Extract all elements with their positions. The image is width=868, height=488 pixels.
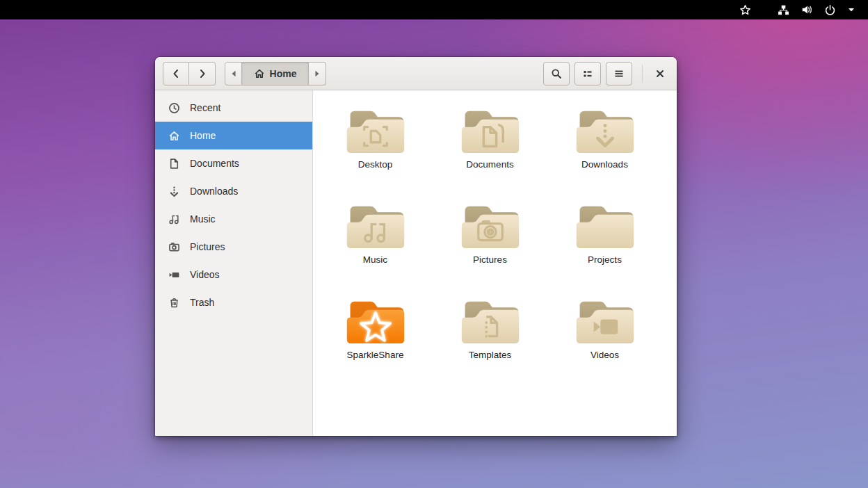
home-icon <box>254 68 265 79</box>
file-item-downloads[interactable]: Downloads <box>547 104 662 200</box>
close-button[interactable] <box>651 65 669 83</box>
sidebar-item-label: Trash <box>190 297 214 308</box>
sidebar-item-downloads[interactable]: Downloads <box>155 177 312 205</box>
file-label: Templates <box>469 350 512 360</box>
file-label: Documents <box>466 159 513 170</box>
file-label: Music <box>363 254 387 265</box>
top-bar <box>0 0 868 19</box>
sidebar-item-pictures[interactable]: Pictures <box>155 233 312 261</box>
path-segment-home[interactable]: Home <box>242 62 309 86</box>
document-icon <box>168 158 180 170</box>
path-segment-label: Home <box>270 68 297 79</box>
sidebar: Recent Home Documents Downloads <box>155 90 313 436</box>
search-button[interactable] <box>543 62 570 86</box>
headerbar: Home <box>155 57 677 90</box>
recent-clock-icon <box>168 102 180 114</box>
file-item-music[interactable]: Music <box>318 200 433 295</box>
folder-icon-desktop <box>344 104 408 156</box>
sidebar-item-label: Videos <box>190 269 220 280</box>
folder-icon-templates <box>458 295 522 347</box>
trash-icon <box>168 297 180 309</box>
sidebar-item-label: Pictures <box>190 241 225 252</box>
sidebar-item-label: Home <box>190 130 216 141</box>
folder-icon-documents <box>458 104 522 156</box>
home-icon <box>168 130 180 142</box>
music-notes-icon <box>168 213 180 225</box>
path-previous-button[interactable] <box>225 62 242 86</box>
folder-icon-pictures <box>458 200 522 252</box>
folder-icon-sparkleshare <box>344 295 408 347</box>
folder-icon-music <box>344 200 408 252</box>
file-label: Pictures <box>473 254 507 265</box>
video-camera-icon <box>168 269 180 281</box>
file-label: Videos <box>590 350 619 360</box>
file-item-templates[interactable]: Templates <box>433 295 547 390</box>
favorites-star-icon[interactable] <box>734 0 757 19</box>
sidebar-item-label: Downloads <box>190 186 238 197</box>
file-item-documents[interactable]: Documents <box>433 104 547 200</box>
network-icon[interactable] <box>772 0 795 19</box>
file-label: SparkleShare <box>347 350 404 360</box>
chevron-down-icon[interactable] <box>842 0 861 19</box>
headerbar-separator <box>642 65 643 83</box>
forward-button[interactable] <box>189 62 216 86</box>
power-icon[interactable] <box>819 0 842 19</box>
download-icon <box>168 186 180 197</box>
history-buttons <box>163 62 216 86</box>
file-grid: Desktop Documents <box>313 90 677 436</box>
folder-icon-projects <box>573 200 637 252</box>
file-item-desktop[interactable]: Desktop <box>318 104 433 200</box>
file-label: Desktop <box>358 159 393 170</box>
file-item-projects[interactable]: Projects <box>547 200 662 295</box>
folder-icon-downloads <box>573 104 637 156</box>
sidebar-item-label: Recent <box>190 102 220 113</box>
sidebar-item-documents[interactable]: Documents <box>155 149 312 177</box>
sidebar-item-label: Documents <box>190 158 239 169</box>
sidebar-item-home[interactable]: Home <box>155 122 312 149</box>
sidebar-item-recent[interactable]: Recent <box>155 94 312 122</box>
file-manager-window: Home <box>155 57 677 436</box>
file-label: Projects <box>588 254 622 265</box>
file-item-videos[interactable]: Videos <box>547 295 662 390</box>
folder-icon-videos <box>573 295 637 347</box>
file-label: Downloads <box>581 159 628 170</box>
file-item-sparkleshare[interactable]: SparkleShare <box>318 295 433 390</box>
camera-icon <box>168 241 180 253</box>
sidebar-item-videos[interactable]: Videos <box>155 261 312 288</box>
sidebar-item-label: Music <box>190 213 216 225</box>
sidebar-item-trash[interactable]: Trash <box>155 288 312 316</box>
path-bar: Home <box>225 62 326 86</box>
list-view-button[interactable] <box>574 62 601 86</box>
volume-icon[interactable] <box>795 0 819 19</box>
back-button[interactable] <box>163 62 189 86</box>
path-next-button[interactable] <box>309 62 326 86</box>
sidebar-item-music[interactable]: Music <box>155 205 312 233</box>
menu-button[interactable] <box>606 62 632 86</box>
file-item-pictures[interactable]: Pictures <box>433 200 547 295</box>
